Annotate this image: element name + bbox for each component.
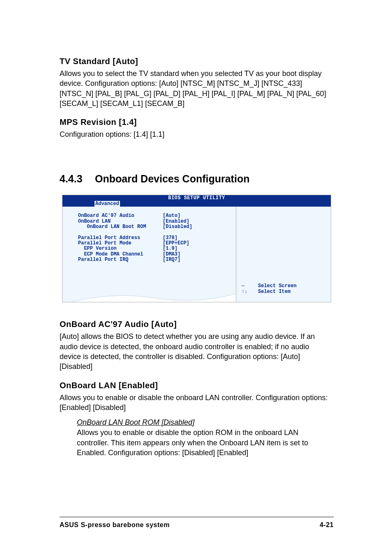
footer-divider [60,517,334,517]
bios-row: OnBoard AC'97 Audio [Auto] [78,213,236,219]
bios-row: EPP Version [1.9] [78,246,236,251]
bios-title: BIOS SETUP UTILITY [168,195,225,201]
bios-row: ECP Mode DMA Channel [DMA3] [78,252,236,257]
bios-row-label: ECP Mode DMA Channel [78,252,163,257]
footer-page-number: 4-21 [320,521,334,529]
bios-row-label: OnBoard LAN Boot ROM [78,224,163,230]
section-number: 4.4.3 [60,173,95,185]
bios-row-label: EPP Version [78,246,163,251]
lan-bootrom-subsection: OnBoard LAN Boot ROM [Disabled] Allows y… [77,418,332,458]
bios-help-text: Select Screen [258,283,297,289]
mps-revision-heading: MPS Revision [1.4] [60,117,332,127]
lan-bootrom-title: OnBoard LAN Boot ROM [Disabled] [77,418,332,427]
bios-header: BIOS SETUP UTILITY Advanced [62,195,331,207]
bios-row-label: OnBoard LAN [78,219,163,224]
page-footer: ASUS S-presso barebone system 4-21 [60,517,334,529]
tv-standard-section: TV Standard [Auto] Allows you to select … [60,57,332,108]
bios-row-value: [Disabled] [163,224,192,230]
lan-heading: OnBoard LAN [Enabled] [60,381,332,390]
lan-section: OnBoard LAN [Enabled] Allows you to enab… [60,381,332,458]
bios-right-panel: ↔ Select Screen ↑↓ Select Item [242,283,297,295]
arrow-left-right-icon: ↔ [242,283,258,289]
lan-bootrom-body: Allows you to enable or disable the opti… [77,428,332,458]
bios-row: Parallel Port IRQ [IRQ7] [78,257,236,263]
tv-standard-body: Allows you to select the TV standard whe… [60,69,332,108]
section-4-4-3-heading: 4.4.3Onboard Devices Configuration [60,173,332,185]
bios-row: OnBoard LAN [Enabled] [78,219,236,224]
bios-group-1: OnBoard AC'97 Audio [Auto] OnBoard LAN [… [78,213,236,230]
bios-row-label: Parallel Port IRQ [78,257,163,263]
ac97-body: [Auto] allows the BIOS to detect whether… [60,332,332,371]
bios-help-row: ↑↓ Select Item [242,289,297,295]
footer-left: ASUS S-presso barebone system [60,521,170,529]
ac97-section: OnBoard AC'97 Audio [Auto] [Auto] allows… [60,320,332,371]
bios-screenshot: BIOS SETUP UTILITY Advanced OnBoard AC'9… [62,195,331,302]
bios-row-value: [Auto] [163,213,180,219]
bios-divider [236,207,236,302]
mps-revision-section: MPS Revision [1.4] Configuration options… [60,117,332,139]
arrow-up-down-icon: ↑↓ [242,289,258,295]
bios-help-text: Select Item [258,289,291,295]
ac97-heading: OnBoard AC'97 Audio [Auto] [60,320,332,329]
bios-left-panel: OnBoard AC'97 Audio [Auto] OnBoard LAN [… [62,207,236,302]
bios-row-value: [1.9] [163,246,178,251]
bios-help-row: ↔ Select Screen [242,283,297,289]
mps-revision-body: Configuration options: [1.4] [1.1] [60,129,332,139]
bios-group-2: Parallel Port Address [378] Parallel Por… [78,235,236,263]
bios-tab-advanced: Advanced [95,201,120,207]
tv-standard-heading: TV Standard [Auto] [60,57,332,66]
bios-row: OnBoard LAN Boot ROM [Disabled] [78,224,236,230]
lan-body: Allows you to enable or disable the onbo… [60,393,332,413]
bios-body: OnBoard AC'97 Audio [Auto] OnBoard LAN [… [62,207,331,302]
bios-curve-decoration [62,290,236,302]
bios-row-value: [DMA3] [163,252,180,257]
footer-row: ASUS S-presso barebone system 4-21 [60,521,334,529]
bios-row-label: OnBoard AC'97 Audio [78,213,163,219]
bios-row-value: [IRQ7] [163,257,180,263]
bios-row-value: [Enabled] [163,219,189,224]
section-title: Onboard Devices Configuration [95,173,249,184]
